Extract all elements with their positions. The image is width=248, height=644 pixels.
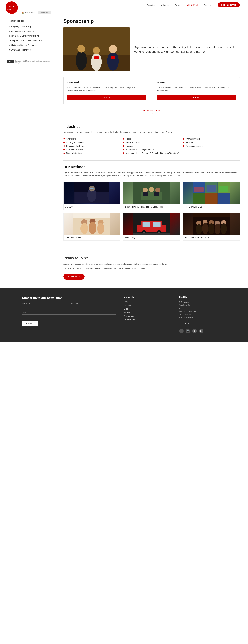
svg-point-36 [80, 223, 88, 234]
sidebar-item-caregiving[interactable]: Caregiving & Well-Being [7, 24, 51, 29]
sidebar-link-covid[interactable]: COVID & Life Tomorrow [9, 48, 31, 52]
digital-image-fill [123, 182, 180, 204]
method-label-driveseg: MIT DriveSeg Dataset [183, 204, 240, 210]
nav-sponsorship[interactable]: Sponsorship [187, 4, 198, 6]
footer-first-name-field: First name [22, 302, 68, 310]
method-card-driveseg[interactable]: MIT DriveSeg Dataset [183, 182, 240, 210]
industries-grid: Automotive Clothing and apparel Consumer… [63, 137, 240, 155]
nav-volunteer[interactable]: Volunteer [161, 4, 169, 6]
breadcrumb-get-involved[interactable]: Get Involved [25, 12, 35, 14]
sidebar-item-ai[interactable]: Artificial Intelligence & Longevity [7, 43, 51, 47]
footer-name-row: First name Last name [22, 302, 116, 310]
svg-point-15 [90, 188, 92, 189]
logo-mit: MIT [9, 5, 14, 8]
bullet-insurance [123, 152, 124, 154]
industries-column-3: Pharmaceuticals Retailers Telecommunicat… [183, 137, 240, 155]
sidebar-footer: MIT Copyright © 2021 Massachusetts Insti… [7, 60, 51, 64]
sidebar-item-retirement[interactable]: Retirement & Longevity Planning [7, 34, 51, 38]
nav-outreach[interactable]: Outreach [204, 4, 212, 6]
panel-svg [183, 213, 240, 235]
footer-publications-link[interactable]: Publications [124, 318, 171, 321]
svg-point-21 [155, 188, 160, 193]
sidebar-link-ai[interactable]: Artificial Intelligence & Longevity [9, 43, 39, 47]
ready-title: Ready to join? [63, 256, 240, 260]
sidebar-link-transportation[interactable]: Transportation & Livable Communities [9, 38, 44, 43]
bullet-housing [123, 145, 124, 147]
industry-electronics-label: Consumer Electronics [66, 145, 85, 147]
footer-last-name-label: Last name [70, 302, 116, 304]
footer-last-name-input[interactable] [70, 305, 116, 310]
footer-first-name-input[interactable] [22, 305, 68, 310]
footer-email-input[interactable] [22, 314, 116, 319]
svg-rect-46 [153, 222, 160, 227]
bullet-consumer-products [63, 149, 65, 150]
agnes-image-fill [64, 182, 120, 204]
bullet-telecom [183, 145, 184, 147]
hero-image [63, 27, 129, 72]
svg-point-2 [76, 51, 87, 70]
footer: Subscribe to our newsletter First name L… [0, 288, 248, 342]
industry-pharma: Pharmaceuticals [183, 137, 240, 140]
industry-consumer-products-label: Consumer Products [66, 148, 83, 151]
svg-rect-22 [143, 192, 148, 196]
page-title: Sponsorship [63, 18, 240, 24]
nav-links: Overview Volunteer Panels Sponsorship Ou… [147, 2, 240, 8]
twitter-icon[interactable]: t [192, 329, 197, 333]
logo[interactable]: MIT AGELAB [5, 2, 18, 14]
sidebar-link-retirement[interactable]: Retirement & Longevity Planning [9, 34, 39, 38]
footer-newsletter: Subscribe to our newsletter First name L… [22, 296, 116, 333]
method-card-studio[interactable]: Innovation Studio [63, 212, 120, 240]
get-involved-button[interactable]: GET INVOLVED [218, 2, 240, 8]
method-card-panel[interactable]: 85+ Lifestyle Leaders Panel [183, 212, 240, 240]
sidebar-item-covid[interactable]: COVID & Life Tomorrow [7, 48, 51, 52]
method-image-agnes [64, 182, 120, 204]
sidebar-link-home[interactable]: Home Logistics & Services [9, 29, 34, 34]
methods-text: AgeLab has developed a number of unique … [63, 171, 240, 178]
industry-telecom-label: Telecommunications [186, 145, 203, 147]
main-wrapper: Research Topics: Caregiving & Well-Being… [0, 16, 248, 288]
ready-text2: For more information on sponsoring resea… [63, 267, 240, 270]
footer-books-link[interactable]: Books [124, 311, 171, 314]
sidebar-link-caregiving[interactable]: Caregiving & Well-Being [9, 24, 31, 29]
footer-submit-button[interactable]: SUBMIT [22, 321, 38, 326]
hero-section: Organizations can connect with the AgeLa… [63, 27, 240, 72]
bullet-foods [123, 138, 124, 140]
sidebar-mit-logo: MIT [7, 60, 14, 63]
method-image-daisy [123, 213, 180, 235]
show-features-link[interactable]: SHOW FEATURES [143, 110, 160, 114]
svg-point-6 [107, 52, 119, 70]
youtube-icon[interactable]: ▶ [199, 329, 203, 333]
partner-card: Partner Partners collaborate one-on-one … [153, 77, 240, 104]
footer-resources-link[interactable]: Resources [124, 315, 171, 317]
footer-careers-link[interactable]: Careers [124, 304, 171, 306]
facebook-icon[interactable]: f [179, 329, 184, 333]
footer-contact-button[interactable]: CONTACT US [179, 321, 198, 326]
method-card-digital[interactable]: Delayed Digital Recall Task & Study Tool… [123, 182, 180, 210]
sidebar-item-home[interactable]: Home Logistics & Services [7, 29, 51, 34]
show-features-section: SHOW FEATURES [63, 107, 240, 116]
nav-panels[interactable]: Panels [175, 4, 181, 6]
method-card-daisy[interactable]: Miss Daisy [123, 212, 180, 240]
industries-column-1: Automotive Clothing and apparel Consumer… [63, 137, 120, 155]
svg-rect-51 [133, 233, 170, 235]
hero-text: Organizations can connect with the AgeLa… [134, 27, 240, 72]
footer-blog-link[interactable]: Blog [124, 308, 171, 310]
svg-rect-63 [193, 213, 230, 217]
contact-us-button[interactable]: CONTACT US [63, 274, 85, 280]
footer-newsletter-title: Subscribe to our newsletter [22, 296, 116, 300]
method-label-panel: 85+ Lifestyle Leaders Panel [183, 235, 240, 240]
instagram-icon[interactable]: 📷 [186, 329, 190, 333]
method-card-agnes[interactable]: AGNES [63, 182, 120, 210]
svg-rect-41 [73, 213, 111, 218]
nav-overview[interactable]: Overview [147, 4, 155, 6]
sidebar-title: Research Topics: [7, 20, 51, 22]
digital-svg [123, 182, 180, 204]
consortia-apply-button[interactable]: APPLY [67, 95, 146, 100]
partner-apply-button[interactable]: APPLY [157, 95, 236, 100]
footer-email-row: Email [22, 312, 116, 319]
footer-people-link[interactable]: People [124, 300, 171, 303]
method-label-agnes: AGNES [64, 204, 120, 210]
bullet-retailers [183, 142, 184, 143]
sidebar-item-transportation[interactable]: Transportation & Livable Communities [7, 38, 51, 43]
bullet-pharma [183, 138, 184, 140]
